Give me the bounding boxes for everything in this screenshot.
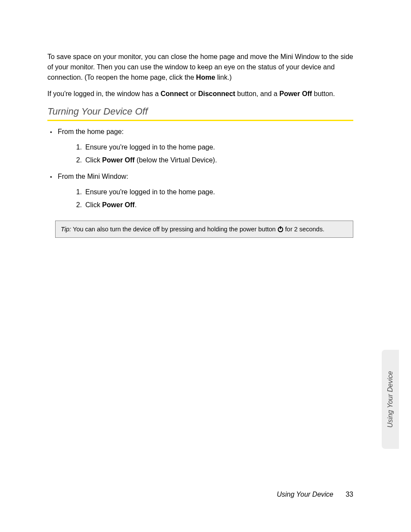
tip-label: Tip: bbox=[61, 225, 71, 233]
text: Click bbox=[85, 156, 102, 164]
section-heading: Turning Your Device Off bbox=[47, 106, 353, 117]
intro-paragraph-2: If you're logged in, the window has a Co… bbox=[47, 89, 353, 99]
list-item: 2. Click Power Off. bbox=[74, 199, 353, 212]
power-off-label: Power Off bbox=[279, 90, 312, 97]
bullet-icon bbox=[50, 171, 58, 182]
disconnect-label: Disconnect bbox=[198, 90, 235, 97]
side-tab-label: Using Your Device bbox=[386, 371, 394, 427]
tip-text: for 2 seconds. bbox=[285, 225, 324, 233]
connect-label: Connect bbox=[161, 90, 188, 97]
power-icon bbox=[277, 226, 284, 233]
bullet-icon bbox=[50, 126, 58, 137]
list-number: 2. bbox=[74, 199, 85, 212]
text: . bbox=[135, 201, 137, 208]
power-off-label: Power Off bbox=[102, 156, 135, 164]
bullet-item: From the home page: bbox=[50, 126, 353, 137]
text: button, and a bbox=[235, 90, 279, 97]
bullet-list: From the home page: 1. Ensure you're log… bbox=[50, 126, 353, 212]
footer-section: Using Your Device bbox=[277, 491, 333, 498]
text: link.) bbox=[215, 74, 232, 81]
list-number: 1. bbox=[74, 141, 85, 154]
intro-paragraph-1: To save space on your monitor, you can c… bbox=[47, 52, 353, 83]
text: button. bbox=[312, 90, 335, 97]
list-number: 2. bbox=[74, 154, 85, 167]
text: Click bbox=[85, 201, 102, 208]
text: If you're logged in, the window has a bbox=[47, 90, 161, 97]
numbered-list: 1. Ensure you're logged in to the home p… bbox=[74, 141, 353, 167]
text: or bbox=[188, 90, 198, 97]
list-item: 1. Ensure you're logged in to the home p… bbox=[74, 186, 353, 199]
list-number: 1. bbox=[74, 186, 85, 199]
content-area: To save space on your monitor, you can c… bbox=[47, 52, 353, 238]
list-text: Click Power Off (below the Virtual Devic… bbox=[85, 154, 217, 167]
page-footer: Using Your Device 33 bbox=[0, 491, 353, 498]
page: To save space on your monitor, you can c… bbox=[0, 0, 411, 532]
heading-rule bbox=[47, 120, 353, 121]
side-tab: Using Your Device bbox=[382, 350, 399, 449]
numbered-list: 1. Ensure you're logged in to the home p… bbox=[74, 186, 353, 212]
tip-box: Tip: You can also turn the device off by… bbox=[55, 221, 353, 238]
bullet-item: From the Mini Window: bbox=[50, 171, 353, 182]
list-text: Ensure you're logged in to the home page… bbox=[85, 186, 215, 199]
list-item: 2. Click Power Off (below the Virtual De… bbox=[74, 154, 353, 167]
bullet-text: From the home page: bbox=[58, 126, 124, 137]
tip-text: You can also turn the device off by pres… bbox=[73, 225, 276, 233]
footer-page-number: 33 bbox=[346, 491, 353, 498]
bullet-text: From the Mini Window: bbox=[58, 171, 128, 182]
list-item: 1. Ensure you're logged in to the home p… bbox=[74, 141, 353, 154]
list-text: Click Power Off. bbox=[85, 199, 137, 212]
list-text: Ensure you're logged in to the home page… bbox=[85, 141, 215, 154]
home-link-label: Home bbox=[196, 74, 215, 81]
power-off-label: Power Off bbox=[102, 201, 135, 208]
text: (below the Virtual Device). bbox=[135, 156, 217, 164]
